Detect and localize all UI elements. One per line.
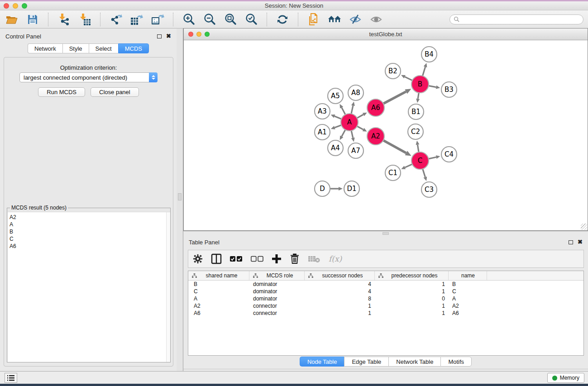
panel-splitter-horizontal[interactable] xyxy=(183,231,588,235)
table-cell[interactable]: C xyxy=(449,288,487,295)
table-row[interactable]: Bdominator41B xyxy=(188,281,583,288)
tab-node-table[interactable]: Node Table xyxy=(300,357,344,367)
table-cell[interactable]: A6 xyxy=(188,310,249,316)
column-header-predecessor-nodes[interactable]: predecessor nodes xyxy=(375,271,449,280)
close-panel-icon[interactable]: ✖ xyxy=(578,240,583,244)
tab-network[interactable]: Network xyxy=(28,43,62,53)
graph-edge-C-C3[interactable] xyxy=(422,168,425,177)
graph-node-A7[interactable]: A7 xyxy=(348,143,363,158)
table-cell[interactable]: A6 xyxy=(449,310,487,316)
hide-selected-icon[interactable] xyxy=(348,12,363,27)
graph-node-A6[interactable]: A6 xyxy=(367,99,384,116)
zoom-selected-icon[interactable] xyxy=(244,12,258,27)
graph-node-A8[interactable]: A8 xyxy=(348,85,363,100)
new-network-from-selection-icon[interactable] xyxy=(306,12,321,27)
tab-select[interactable]: Select xyxy=(89,43,118,53)
mcds-result-list[interactable]: A2ABCA6 xyxy=(8,212,170,362)
table-row[interactable]: A6connector11A6 xyxy=(188,310,583,317)
table-cell[interactable]: 4 xyxy=(305,281,375,287)
table-cell[interactable]: 1 xyxy=(375,310,449,316)
search-input[interactable] xyxy=(462,16,579,23)
network-canvas[interactable]: B4B2BB3A8A5A6A3B1AC2A1A2A4A7C4CC1DD1C3 xyxy=(184,40,588,230)
graph-node-D1[interactable]: D1 xyxy=(344,181,359,196)
open-session-icon[interactable] xyxy=(5,12,19,27)
graph-node-C1[interactable]: C1 xyxy=(385,165,401,181)
zoom-out-icon[interactable] xyxy=(202,12,217,27)
deselect-all-icon[interactable] xyxy=(251,256,263,262)
table-cell[interactable]: connector xyxy=(249,310,305,316)
run-mcds-button[interactable]: Run MCDS xyxy=(38,87,85,97)
table-cell[interactable]: C xyxy=(188,288,249,295)
delete-column-trash-icon[interactable] xyxy=(290,253,300,264)
graph-node-B2[interactable]: B2 xyxy=(385,63,401,79)
network-graph[interactable]: B4B2BB3A8A5A6A3B1AC2A1A2A4A7C4CC1DD1C3 xyxy=(184,40,588,230)
table-row[interactable]: A2connector11A2 xyxy=(188,302,583,310)
float-panel-icon[interactable] xyxy=(157,34,162,38)
import-network-icon[interactable] xyxy=(57,12,71,27)
splitter-handle[interactable] xyxy=(382,232,389,235)
graph-node-B3[interactable]: B3 xyxy=(441,82,457,97)
graph-node-D[interactable]: D xyxy=(315,181,330,196)
create-column-icon[interactable] xyxy=(272,254,282,264)
table-settings-gear-icon[interactable] xyxy=(193,254,203,264)
first-neighbors-icon[interactable] xyxy=(327,12,342,27)
zoom-in-icon[interactable] xyxy=(182,12,196,27)
criterion-dropdown[interactable]: largest connected component (directed) xyxy=(19,72,158,82)
save-session-icon[interactable] xyxy=(25,12,40,27)
graph-node-C3[interactable]: C3 xyxy=(421,182,437,197)
result-item[interactable]: A xyxy=(10,221,170,228)
graph-node-A1[interactable]: A1 xyxy=(315,124,330,140)
table-cell[interactable]: 4 xyxy=(305,288,375,295)
graph-node-A2[interactable]: A2 xyxy=(367,128,384,145)
graph-node-A[interactable]: A xyxy=(341,114,358,131)
column-header-successor-nodes[interactable]: successor nodes xyxy=(305,271,375,280)
zoom-fit-icon[interactable] xyxy=(223,12,238,27)
table-cell[interactable]: 8 xyxy=(305,295,375,302)
result-item[interactable]: A2 xyxy=(10,214,170,221)
export-table-icon[interactable] xyxy=(129,12,144,27)
graph-node-A3[interactable]: A3 xyxy=(315,104,330,119)
memory-button[interactable]: Memory xyxy=(547,373,584,383)
table-cell[interactable]: dominator xyxy=(249,295,305,302)
table-cell[interactable]: 1 xyxy=(375,288,449,295)
column-header-shared-name[interactable]: shared name xyxy=(188,271,249,280)
graph-node-A4[interactable]: A4 xyxy=(328,140,343,156)
table-row[interactable]: Cdominator41C xyxy=(188,288,583,295)
zoom-window-button[interactable] xyxy=(22,3,27,9)
result-scrollbar[interactable] xyxy=(166,212,170,362)
import-table-icon[interactable] xyxy=(77,12,92,27)
table-cell[interactable]: 1 xyxy=(375,303,449,309)
resize-grip-icon[interactable] xyxy=(581,224,587,230)
network-minimize-button[interactable] xyxy=(196,32,201,37)
table-cell[interactable]: A xyxy=(449,295,487,302)
network-zoom-button[interactable] xyxy=(205,32,210,37)
table-cell[interactable]: 1 xyxy=(305,303,375,309)
graph-node-C2[interactable]: C2 xyxy=(408,124,423,139)
table-cell[interactable]: A2 xyxy=(188,303,249,309)
close-window-button[interactable] xyxy=(4,3,9,9)
table-cell[interactable]: 1 xyxy=(305,310,375,316)
table-cell[interactable]: B xyxy=(188,281,249,287)
apply-layout-icon[interactable] xyxy=(275,12,290,27)
splitter-handle[interactable] xyxy=(178,193,182,200)
table-cell[interactable]: A xyxy=(188,295,249,302)
export-image-icon[interactable] xyxy=(150,12,165,27)
tab-edge-table[interactable]: Edge Table xyxy=(344,357,388,367)
table-cell[interactable]: 0 xyxy=(375,295,449,302)
show-all-icon[interactable] xyxy=(369,12,383,27)
column-header-name[interactable]: name xyxy=(449,271,487,280)
table-cell[interactable]: B xyxy=(449,281,487,287)
show-panels-list-button[interactable] xyxy=(5,373,17,383)
table-cell[interactable]: dominator xyxy=(249,288,305,295)
result-item[interactable]: A6 xyxy=(10,243,170,250)
tab-motifs[interactable]: Motifs xyxy=(440,357,472,367)
float-panel-icon[interactable] xyxy=(569,240,573,244)
graph-node-C4[interactable]: C4 xyxy=(441,147,457,162)
result-item[interactable]: C xyxy=(10,235,170,243)
result-item[interactable]: B xyxy=(10,228,170,235)
main-titlebar[interactable]: Session: New Session xyxy=(0,1,588,10)
graph-node-B4[interactable]: B4 xyxy=(421,47,437,62)
graph-edge-B-B4[interactable] xyxy=(422,67,425,77)
panel-splitter-vertical[interactable] xyxy=(177,29,183,371)
graph-node-B1[interactable]: B1 xyxy=(408,104,424,119)
